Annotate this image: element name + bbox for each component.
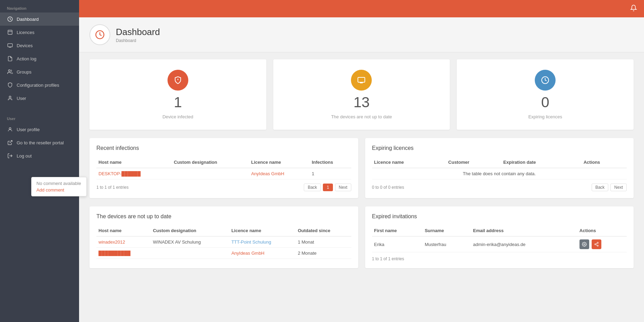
expired-invitations-table: First name Surname Email address Actions… [372, 225, 627, 252]
stat-card-infected: 1 Device infected [89, 59, 266, 130]
svg-point-5 [9, 128, 11, 129]
recent-infections-footer: 1 to 1 of 1 entries Back 1 Next [96, 184, 351, 191]
nav-section-label: Navigation [0, 0, 79, 12]
svg-rect-1 [8, 30, 12, 34]
sidebar-item-devices[interactable]: Devices [0, 39, 79, 52]
expired-inv-footer: 1 to 1 of 1 entries [372, 256, 627, 261]
dev-outdated-0: 1 Monat [296, 236, 351, 248]
dev-host-1[interactable]: ██████████ [96, 248, 151, 259]
config-icon [7, 82, 13, 88]
groups-icon [7, 69, 13, 75]
stat-icon-expiring [535, 70, 556, 91]
page-title: Dashboard [116, 27, 160, 37]
dashboard-icon [7, 16, 13, 22]
expiring-next-btn[interactable]: Next [610, 184, 627, 191]
devices-outdated-table: Host name Custom designation Licence nam… [96, 225, 351, 259]
table-row: ██████████ AnyIdeas GmbH 2 Monate [96, 248, 351, 259]
add-comment-link[interactable]: Add comment [36, 187, 79, 193]
col-dev-custom: Custom designation [151, 225, 229, 236]
dev-custom-1 [151, 248, 229, 259]
expiring-back-btn[interactable]: Back [592, 184, 609, 191]
col-licence-name: Licence name [249, 157, 310, 168]
svg-line-6 [10, 141, 12, 143]
no-comment-text: No comment available [36, 181, 79, 186]
page-header-icon [89, 24, 110, 45]
sidebar-item-licences[interactable]: Licences [0, 26, 79, 39]
expired-inv-pagination-info: 1 to 1 of 1 entries [372, 256, 404, 261]
col-host-name: Host name [96, 157, 172, 168]
main-content: Dashboard Dashboard 1 Device infected 13… [79, 0, 644, 322]
sidebar-item-dashboard-label: Dashboard [17, 17, 39, 22]
inv-actions-0 [577, 236, 627, 252]
col-dev-licence: Licence name [229, 225, 296, 236]
sidebar-item-logout[interactable]: Log out [0, 149, 79, 162]
sidebar-item-user-label: User [17, 96, 26, 101]
col-dev-host: Host name [96, 225, 151, 236]
table-row: Erika Musterfrau admin-erika@anyideas.de [372, 236, 627, 252]
reseller-icon [7, 139, 13, 146]
back-btn[interactable]: Back [304, 184, 321, 191]
stat-icon-infected [168, 70, 188, 91]
page-1-btn[interactable]: 1 [323, 184, 333, 191]
expiring-licences-table: Licence name Customer Expiration date Ac… [372, 157, 627, 179]
row-host[interactable]: DESKTOP-██████ [96, 168, 172, 179]
sidebar-item-devices-label: Devices [17, 43, 33, 48]
sidebar-item-groups[interactable]: Groups [0, 65, 79, 78]
inv-surname-0: Musterfrau [423, 236, 471, 252]
col-first-name: First name [372, 225, 423, 236]
bell-icon[interactable] [630, 5, 637, 13]
share-btn[interactable] [592, 239, 601, 249]
col-custom-designation: Custom designation [172, 157, 249, 168]
tables-row-1: Recent infections Host name Custom desig… [89, 138, 634, 198]
dev-custom-0: WINADEX AV Schulung [151, 236, 229, 248]
stat-number-infected: 1 [174, 94, 182, 111]
pagination: Back 1 Next [304, 184, 351, 191]
dev-licence-1[interactable]: AnyIdeas GmbH [229, 248, 296, 259]
expired-invitations-card: Expired invitations First name Surname E… [365, 206, 634, 268]
stat-card-outdated: 13 The devices are not up to date [273, 59, 450, 130]
col-expiration: Expiration date [501, 157, 581, 168]
col-lic-name: Licence name [372, 157, 446, 168]
expiring-pagination: Back Next [592, 184, 627, 191]
stats-row: 1 Device infected 13 The devices are not… [89, 59, 634, 130]
sidebar-item-config-profiles[interactable]: Configuration profiles [0, 78, 79, 92]
inv-first-0: Erika [372, 236, 423, 252]
dev-host-0[interactable]: winadex2012 [96, 236, 151, 248]
svg-point-13 [584, 244, 585, 245]
settings-btn[interactable] [579, 239, 589, 249]
sidebar-item-groups-label: Groups [17, 69, 32, 75]
sidebar-item-user[interactable]: User [0, 92, 79, 105]
next-btn[interactable]: Next [335, 184, 351, 191]
topbar [79, 0, 644, 17]
row-licence[interactable]: AnyIdeas GmbH [249, 168, 310, 179]
col-actions: Actions [582, 157, 627, 168]
svg-line-18 [596, 243, 597, 244]
svg-point-16 [597, 245, 599, 246]
row-custom [172, 168, 249, 179]
sidebar-item-logout-label: Log out [17, 153, 32, 159]
sidebar-item-dashboard[interactable]: Dashboard [0, 12, 79, 26]
stat-card-expiring: 0 Expiring licences [457, 59, 634, 130]
user-profile-icon [7, 126, 13, 133]
devices-icon [7, 42, 13, 49]
sidebar-item-action-log-label: Action log [17, 56, 36, 61]
table-empty-row: The table does not contain any data. [372, 168, 627, 179]
dev-licence-0[interactable]: TTT-Point Schulung [229, 236, 296, 248]
sidebar-item-action-log[interactable]: Action log [0, 52, 79, 65]
col-customer: Customer [446, 157, 501, 168]
user-nav-icon [7, 95, 13, 101]
recent-infections-card: Recent infections Host name Custom desig… [89, 138, 358, 198]
sidebar-item-licences-label: Licences [17, 30, 34, 35]
sidebar-item-config-label: Configuration profiles [17, 83, 59, 88]
sidebar-item-reseller-portal[interactable]: Go to the reseller portal [0, 136, 79, 149]
dev-outdated-1: 2 Monate [296, 248, 351, 259]
expiring-pagination-info: 0 to 0 of 0 entries [372, 185, 404, 190]
stat-icon-outdated [351, 70, 372, 91]
logout-icon [7, 153, 13, 159]
licences-icon [7, 29, 13, 35]
recent-infections-title: Recent infections [96, 145, 351, 151]
svg-rect-11 [358, 77, 365, 82]
sidebar-item-user-profile[interactable]: User profile [0, 123, 79, 136]
stat-number-expiring: 0 [541, 94, 549, 111]
row-infections: 1 [310, 168, 351, 179]
